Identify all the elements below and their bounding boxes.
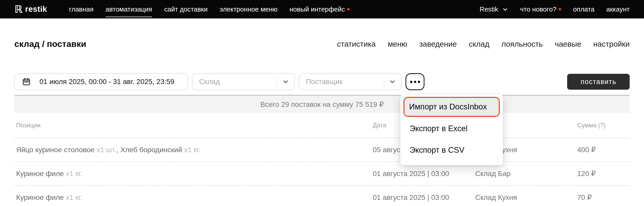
cell-positions: Куриное филе х1 кг. (16, 170, 373, 178)
page-header: склад / поставки статистикаменюзаведение… (14, 39, 630, 49)
section-nav-чаевые[interactable]: чаевые (555, 40, 581, 48)
cell-warehouse: Склад Бар (475, 170, 577, 178)
nav-item-автоматизация[interactable]: автоматизация (106, 5, 152, 13)
cell-positions: Куриное филе х1 кг. (16, 193, 373, 202)
warehouse-select[interactable]: Склад (192, 73, 295, 90)
highlight-ring: Импорт из DocsInbox (403, 97, 500, 117)
table-row-1[interactable]: Яйцо куриное столовое х1 шт., Хлеб бород… (14, 138, 630, 162)
table-body: Яйцо куриное столовое х1 шт., Хлеб бород… (14, 138, 630, 206)
restik-logo-label: restik (25, 5, 47, 14)
section-nav-склад[interactable]: склад (469, 40, 489, 48)
cell-amount: 70 ₽ (577, 193, 630, 202)
nav-item-аккаунт[interactable]: аккаунт (606, 5, 630, 13)
section-nav-меню[interactable]: меню (388, 40, 407, 48)
select-divider (277, 76, 277, 87)
page-content: склад / поставки статистикаменюзаведение… (0, 39, 644, 206)
supplier-select-placeholder: Поставщик (306, 78, 343, 86)
account-nav: Restikчто нового?оплатааккаунт (480, 5, 630, 13)
nav-item-restik[interactable]: Restik (480, 5, 508, 13)
section-nav: статистикаменюзаведениескладлояльностьча… (337, 40, 630, 48)
warehouse-select-placeholder: Склад (199, 78, 220, 86)
cell-date: 01 августа 2025 | 03:00 (373, 193, 475, 202)
summary-bar: Всего 29 поставок на сумму 75 519 ₽ (14, 95, 630, 113)
table-row-3[interactable]: Куриное филе х1 кг.01 августа 2025 | 03:… (14, 186, 630, 206)
supplier-select[interactable]: Поставщик (299, 73, 402, 90)
chevron-down-icon (282, 78, 289, 85)
restik-logo-icon: ℝ (14, 4, 23, 14)
nav-item-оплата[interactable]: оплата (573, 5, 595, 13)
cell-date: 01 августа 2025 | 03:00 (373, 170, 475, 178)
section-nav-лояльность[interactable]: лояльность (501, 40, 543, 48)
summary-text: Всего 29 поставок на сумму 75 519 ₽ (260, 100, 383, 109)
date-range-picker[interactable]: 01 июля 2025, 00:00 - 31 авг. 2025, 23:5… (14, 73, 188, 90)
table-header-row: Позиции Дата Склад Сумма (?) (14, 113, 630, 138)
cell-amount: 400 ₽ (577, 146, 630, 154)
restik-logo[interactable]: ℝ restik (14, 4, 47, 14)
new-badge-dot (559, 8, 561, 11)
top-navbar: ℝ restik главнаяавтоматизациясайт достав… (0, 0, 644, 18)
new-badge-dot (347, 8, 350, 11)
menu-item-экспорт-в-excel[interactable]: Экспорт в Excel (403, 118, 500, 139)
ellipsis-icon (410, 81, 412, 83)
more-actions-menu: Импорт из DocsInboxЭкспорт в ExcelЭкспор… (400, 94, 503, 165)
menu-item-экспорт-в-csv[interactable]: Экспорт в CSV (403, 139, 500, 161)
cell-amount: 120 ₽ (577, 169, 630, 178)
chevron-down-icon (502, 6, 508, 13)
supplies-table: Позиции Дата Склад Сумма (?) Яйцо курино… (14, 113, 630, 206)
nav-item-главная[interactable]: главная (69, 5, 94, 13)
select-divider (384, 76, 384, 87)
section-nav-статистика[interactable]: статистика (337, 40, 376, 48)
page-title: склад / поставки (14, 39, 86, 49)
date-range-value: 01 июля 2025, 00:00 - 31 авг. 2025, 23:5… (39, 78, 174, 86)
cell-warehouse: Склад Кухня (475, 193, 577, 202)
nav-item-что-нового[interactable]: что нового? (520, 5, 561, 13)
header-amount[interactable]: Сумма (?) (577, 122, 630, 129)
section-nav-заведение[interactable]: заведение (419, 40, 457, 48)
more-actions-button[interactable] (406, 73, 424, 90)
nav-item-новый-интерфейс[interactable]: новый интерфейс (289, 5, 350, 13)
section-nav-настройки[interactable]: настройки (593, 40, 630, 48)
table-row-2[interactable]: Куриное филе х1 кг.01 августа 2025 | 03:… (14, 162, 630, 186)
menu-item-импорт-из-docsinbox[interactable]: Импорт из DocsInbox (404, 98, 499, 116)
chevron-down-icon (389, 78, 396, 85)
cell-positions: Яйцо куриное столовое х1 шт., Хлеб бород… (16, 146, 373, 154)
nav-item-сайт-доставки[interactable]: сайт доставки (164, 5, 208, 13)
nav-item-электронное-меню[interactable]: электронное меню (220, 5, 277, 13)
supply-button[interactable]: поставить (567, 74, 630, 90)
header-positions: Позиции (16, 122, 373, 129)
filters-row: 01 июля 2025, 00:00 - 31 авг. 2025, 23:5… (14, 73, 630, 90)
main-nav: главнаяавтоматизациясайт доставкиэлектро… (69, 5, 350, 13)
calendar-icon (22, 77, 31, 86)
